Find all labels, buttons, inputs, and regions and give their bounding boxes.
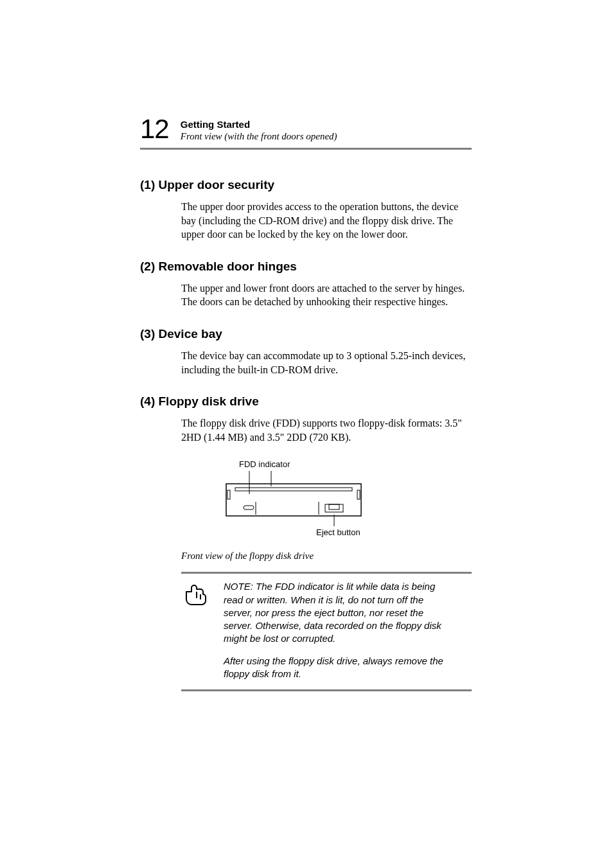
note-rule-bottom <box>181 689 472 691</box>
svg-rect-5 <box>235 488 352 491</box>
note-block: NOTE: The FDD indicator is lit while dat… <box>181 574 472 689</box>
svg-rect-8 <box>325 504 343 512</box>
section-heading-upper-door-security: (1) Upper door security <box>140 178 472 192</box>
paragraph: The doors can be detached by unhooking t… <box>181 295 472 309</box>
page-header: 12 Getting Started Front view (with the … <box>140 116 472 150</box>
note-paragraph: NOTE: The FDD indicator is lit while dat… <box>224 580 449 645</box>
fdd-diagram-svg: FDD indicator Eject button <box>181 459 387 543</box>
paragraph: The upper door provides access to the op… <box>181 200 472 242</box>
section-heading-floppy-disk-drive: (4) Floppy disk drive <box>140 394 472 409</box>
section-body-floppy-disk-drive: The floppy disk drive (FDD) supports two… <box>181 416 472 444</box>
note-paragraph: After using the floppy disk drive, alway… <box>224 655 449 681</box>
fdd-figure: FDD indicator Eject button <box>181 459 472 543</box>
page: 12 Getting Started Front view (with the … <box>0 0 613 868</box>
svg-rect-4 <box>357 490 360 499</box>
section-body-upper-door-security: The upper door provides access to the op… <box>181 200 472 242</box>
paragraph: The floppy disk drive (FDD) supports two… <box>181 416 472 444</box>
paragraph: The upper and lower front doors are atta… <box>181 281 472 296</box>
chapter-title: Getting Started <box>181 119 337 131</box>
note-icon <box>184 580 215 680</box>
eject-button-label: Eject button <box>316 527 360 537</box>
figure-caption: Front view of the floppy disk drive <box>181 551 472 562</box>
section-body-removable-door-hinges: The upper and lower front doors are atta… <box>181 281 472 309</box>
breadcrumb: Front view (with the front doors opened) <box>181 130 337 143</box>
pointing-hand-icon <box>184 580 211 607</box>
header-title-block: Getting Started Front view (with the fro… <box>181 119 337 143</box>
svg-rect-9 <box>329 504 339 509</box>
fdd-indicator-label: FDD indicator <box>239 459 290 469</box>
page-number: 12 <box>140 116 169 143</box>
paragraph: The device bay can accommodate up to 3 o… <box>181 349 472 376</box>
svg-rect-2 <box>226 484 361 516</box>
section-body-device-bay: The device bay can accommodate up to 3 o… <box>181 349 472 376</box>
svg-rect-3 <box>227 490 230 499</box>
section-heading-removable-door-hinges: (2) Removable door hinges <box>140 260 472 274</box>
section-heading-device-bay: (3) Device bay <box>140 327 472 341</box>
note-text: NOTE: The FDD indicator is lit while dat… <box>224 580 449 680</box>
